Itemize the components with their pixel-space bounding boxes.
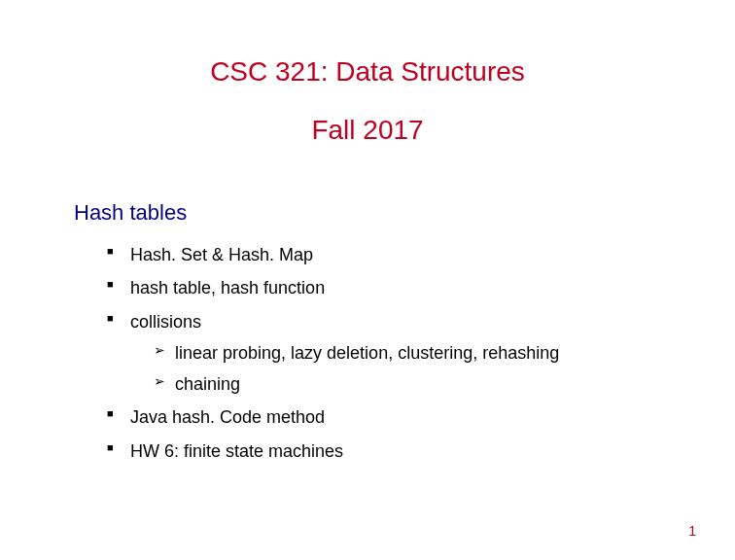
list-item: Hash. Set & Hash. Map [107,243,667,266]
list-item: collisions linear probing, lazy deletion… [107,310,667,397]
sublist: linear probing, lazy deletion, clusterin… [130,341,667,397]
sublist-item: linear probing, lazy deletion, clusterin… [154,341,667,365]
list-item: HW 6: finite state machines [107,439,667,463]
slide-title: CSC 321: Data Structures [68,56,667,88]
list-item: hash table, hash function [107,276,667,299]
sublist-item: chaining [154,372,667,396]
list-item-text: collisions [130,312,201,332]
section-heading: Hash tables [74,200,667,226]
slide-container: CSC 321: Data Structures Fall 2017 Hash … [0,0,735,560]
slide-subtitle: Fall 2017 [68,115,667,146]
bullet-list: Hash. Set & Hash. Map hash table, hash f… [68,243,667,463]
list-item: Java hash. Code method [107,405,667,429]
page-number: 1 [688,523,696,539]
